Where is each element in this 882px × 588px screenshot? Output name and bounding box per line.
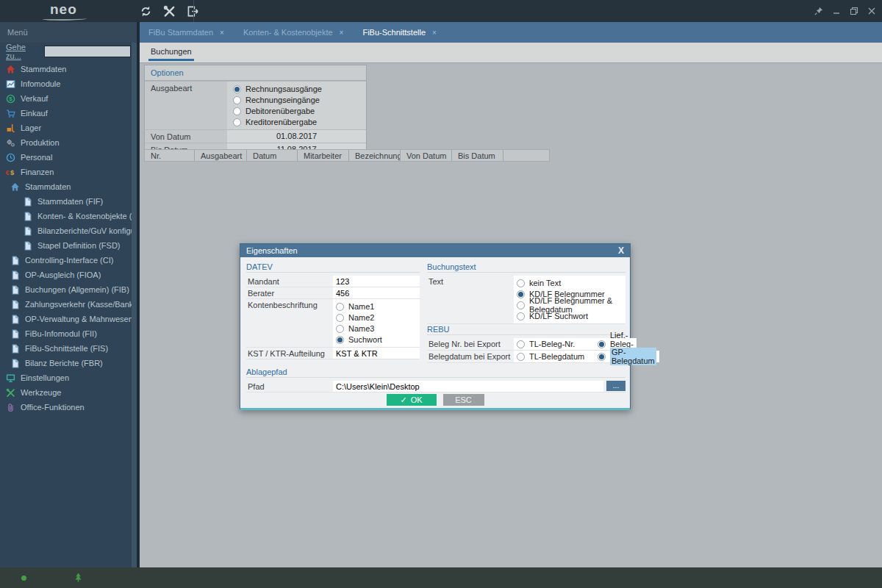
rebu-row-belegdatum-bei-export: Belegdatum bei ExportTL-BelegdatumGP-Bel… xyxy=(427,351,625,363)
column-header-ausgabeart[interactable]: Ausgabeart xyxy=(194,150,246,161)
sidebar-item-produktion[interactable]: Produktion xyxy=(0,135,137,150)
radio-button[interactable] xyxy=(517,290,525,298)
dialog-close-icon[interactable]: X xyxy=(618,245,624,256)
sidebar-item-label: FiBu-Infomodul (FII) xyxy=(25,329,97,338)
sidebar-item-fibu-infomodul-fii[interactable]: FiBu-Infomodul (FII) xyxy=(0,326,137,341)
radio-button[interactable] xyxy=(233,118,241,126)
berater-label: Berater xyxy=(246,287,333,298)
svg-text:$: $ xyxy=(10,169,14,176)
home-icon xyxy=(6,65,15,74)
sidebar-item-finanzen[interactable]: €$Finanzen xyxy=(0,165,137,179)
tools-icon[interactable] xyxy=(163,5,176,18)
sidebar-item-bilanzberichte-guv-konfigurieren-fbi[interactable]: Bilanzberichte/GuV konfigurieren (FBI) xyxy=(0,223,137,238)
radio-label: TL-Belegdatum xyxy=(529,352,584,361)
sidebar-item-op-verwaltung-mahnwesen-fio[interactable]: OP-Verwaltung & Mahnwesen (FIO) xyxy=(0,312,137,326)
ok-button[interactable]: ✓OK xyxy=(387,394,437,406)
cart-icon xyxy=(6,109,15,118)
browse-button[interactable]: ... xyxy=(606,381,625,391)
tab-fibu-stammdaten[interactable]: FiBu Stammdaten× xyxy=(148,28,224,37)
sidebar-item-fibu-schnittstelle-fis[interactable]: FiBu-Schnittstelle (FIS) xyxy=(0,341,137,356)
sidebar-item-konten-kostenobjekte-fik[interactable]: Konten- & Kostenobjekte (FIK) xyxy=(0,209,137,223)
sidebar-item-verkauf[interactable]: $Verkauf xyxy=(0,91,137,106)
close-tab-icon[interactable]: × xyxy=(340,29,344,37)
radio-button[interactable] xyxy=(598,353,606,361)
sidebar-item-zahlungsverkehr-kasse-bank-fiz[interactable]: Zahlungsverkehr (Kasse/Bank) (FIZ) xyxy=(0,297,137,312)
von-datum-value[interactable]: 01.08.2017 xyxy=(227,130,366,143)
pfad-field[interactable] xyxy=(336,381,600,391)
sidebar-item-label: Werkzeuge xyxy=(21,388,61,397)
sidebar-item-stammdaten[interactable]: Stammdaten xyxy=(0,179,137,194)
radio-option-rechnungsausgänge: Rechnungsausgänge xyxy=(233,84,360,94)
mandant-field[interactable] xyxy=(336,276,417,286)
radio-option-name3: Name3 xyxy=(336,323,417,334)
monitor-icon xyxy=(6,373,15,383)
esc-button[interactable]: ESC xyxy=(443,394,484,406)
sidebar-item-stammdaten-fif[interactable]: Stammdaten (FIF) xyxy=(0,194,137,209)
radio-button[interactable] xyxy=(336,314,344,322)
column-header-nr[interactable]: Nr. xyxy=(145,150,194,161)
radio-button[interactable] xyxy=(517,340,525,348)
sidebar-item-label: Einstellungen xyxy=(21,373,69,382)
sidebar-header: Menü xyxy=(0,22,137,43)
sidebar-item-label: Stammdaten xyxy=(21,65,66,74)
sidebar-item-infomodule[interactable]: Infomodule xyxy=(0,76,137,91)
close-icon[interactable] xyxy=(867,7,876,15)
home-icon xyxy=(10,182,20,192)
dialog-title-bar[interactable]: Eigenschaften X xyxy=(240,244,630,257)
tab-label: Konten- & Kostenobjekte xyxy=(243,28,333,37)
sidebar-scrollbar[interactable] xyxy=(132,43,137,567)
radio-button[interactable] xyxy=(233,107,241,115)
column-header-bis-datum[interactable]: Bis Datum xyxy=(451,150,503,161)
sidebar-item-op-ausgleich-fioa[interactable]: OP-Ausgleich (FIOA) xyxy=(0,268,137,282)
column-header-bezeichnung[interactable]: Bezeichnung xyxy=(348,150,400,161)
sidebar-item-label: Infomodule xyxy=(21,79,60,88)
sidebar-item-werkzeuge[interactable]: Werkzeuge xyxy=(0,385,137,400)
radio-button[interactable] xyxy=(233,96,241,104)
column-header-datum[interactable]: Datum xyxy=(246,150,297,161)
close-tab-icon[interactable]: × xyxy=(220,29,224,37)
kst-field[interactable] xyxy=(336,348,417,358)
ok-button-label: OK xyxy=(411,395,423,404)
column-header-von-datum[interactable]: Von Datum xyxy=(400,150,451,161)
tab-buchungen[interactable]: Buchungen xyxy=(148,47,194,61)
sidebar-item-stammdaten[interactable]: Stammdaten xyxy=(0,62,137,76)
radio-option-name1: Name1 xyxy=(336,301,417,312)
sidebar-item-office-funktionen[interactable]: Office-Funktionen xyxy=(0,400,137,415)
sidebar-item-stapel-definition-fsd[interactable]: Stapel Definition (FSD) xyxy=(0,238,137,253)
tab-fibu-schnittstelle[interactable]: FiBu-Schnittstelle× xyxy=(362,28,436,37)
sidebar-item-einkauf[interactable]: Einkauf xyxy=(0,106,137,121)
radio-option-kreditorenübergabe: Kreditorenübergabe xyxy=(233,117,360,127)
close-tab-icon[interactable]: × xyxy=(432,29,437,37)
radio-button[interactable] xyxy=(336,325,344,333)
goto-input[interactable] xyxy=(44,46,131,57)
sidebar-item-bilanz-berichte-fbr[interactable]: Bilanz Berichte (FBR) xyxy=(0,356,137,370)
radio-button[interactable] xyxy=(336,336,344,344)
sidebar-item-einstellungen[interactable]: Einstellungen xyxy=(0,370,137,385)
sidebar-item-label: Buchungen (Allgemein) (FIB) xyxy=(25,285,129,294)
radio-option-tl-belegdatum: TL-Belegdatum xyxy=(517,351,596,362)
radio-option-suchwort: Suchwort xyxy=(336,334,417,345)
tab-konten-kostenobjekte[interactable]: Konten- & Kostenobjekte× xyxy=(243,28,344,37)
sidebar-item-personal[interactable]: Personal xyxy=(0,150,137,165)
radio-button[interactable] xyxy=(517,312,525,320)
sidebar-item-label: FiBu-Schnittstelle (FIS) xyxy=(25,344,108,353)
pin-icon[interactable] xyxy=(814,7,823,15)
radio-button[interactable] xyxy=(517,279,525,287)
radio-button[interactable] xyxy=(517,353,525,361)
refresh-icon[interactable] xyxy=(140,5,152,18)
radio-label: Name3 xyxy=(348,324,374,333)
radio-button[interactable] xyxy=(233,85,241,93)
restore-icon[interactable] xyxy=(850,7,858,15)
minimize-icon[interactable] xyxy=(832,7,841,15)
column-header-mitarbeiter[interactable]: Mitarbeiter xyxy=(297,150,348,161)
radio-button[interactable] xyxy=(336,303,344,311)
tab-label: FiBu Stammdaten xyxy=(148,28,213,37)
radio-button[interactable] xyxy=(598,340,606,348)
radio-button[interactable] xyxy=(517,301,525,309)
berater-field[interactable] xyxy=(336,288,417,298)
kontenbeschriftung-row: Kontenbeschriftung Name1Name2Name3Suchwo… xyxy=(246,299,420,348)
document-icon xyxy=(10,256,20,265)
sidebar-item-controlling-interface-ci[interactable]: Controlling-Interface (CI) xyxy=(0,253,137,268)
sidebar-item-buchungen-allgemein-fib[interactable]: Buchungen (Allgemein) (FIB) xyxy=(0,282,137,297)
sidebar-item-lager[interactable]: Lager xyxy=(0,121,137,135)
